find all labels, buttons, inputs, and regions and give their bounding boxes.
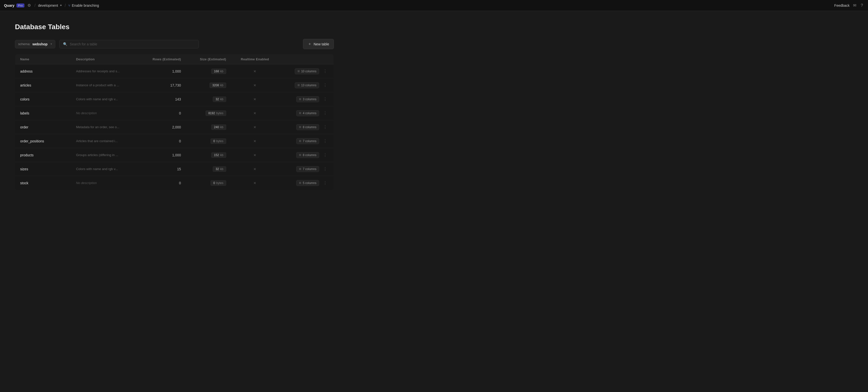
more-options-button[interactable]: ⋮ [322,124,329,131]
columns-icon: ⊞ [298,84,300,87]
more-options-button[interactable]: ⋮ [322,96,329,103]
devenv-indicator: development ✦ [38,3,62,7]
more-options-button[interactable]: ⋮ [322,179,329,186]
cell-realtime: ✕ [231,92,279,106]
columns-badge: ⊞ 5 columns [296,180,319,186]
cell-description: Colors with name and rgb v... [71,162,138,176]
size-badge: 32 kb [213,96,226,102]
cell-description: Groups articles (differing in ... [71,148,138,162]
size-badge: 152 kb [211,152,226,158]
toolbar: schema: webshop ▾ 🔍 ＋ New table [15,39,334,49]
schema-value: webshop [32,42,48,46]
cell-name: sizes [15,162,71,176]
search-icon: 🔍 [63,42,67,46]
columns-count: 5 columns [303,181,316,185]
cell-name: order [15,120,71,134]
columns-icon: ⊞ [299,97,301,101]
columns-badge: ⊞ 7 columns [296,166,319,172]
cell-description: Instance of a product with a ... [71,78,138,92]
more-options-button[interactable]: ⋮ [322,166,329,172]
cell-name: colors [15,92,71,106]
search-input[interactable] [70,42,195,46]
size-badge: 32 kb [213,166,226,172]
realtime-disabled-icon: ✕ [253,125,256,129]
new-table-button[interactable]: ＋ New table [303,39,334,49]
actions-inner: ⊞ 3 columns ⋮ [284,96,329,103]
mail-button[interactable]: ✉ [852,2,857,9]
breadcrumb-sep-2: / [65,3,66,8]
cell-actions: ⊞ 8 columns ⋮ [279,120,334,134]
cell-size: 32 kb [186,162,231,176]
more-options-button[interactable]: ⋮ [322,82,329,88]
cell-actions: ⊞ 5 columns ⋮ [279,176,334,190]
cell-realtime: ✕ [231,120,279,134]
columns-badge: ⊞ 13 columns [295,82,319,88]
more-options-button[interactable]: ⋮ [322,68,329,75]
size-badge: 240 kb [211,124,226,130]
table-row: sizes Colors with name and rgb v... 15 3… [15,162,334,176]
col-header-name: Name [15,54,71,64]
cell-actions: ⊞ 4 columns ⋮ [279,106,334,120]
cell-rows: 0 [138,134,186,148]
cell-size: 8192 bytes [186,106,231,120]
realtime-disabled-icon: ✕ [253,69,256,73]
table-row: colors Colors with name and rgb v... 143… [15,92,334,106]
columns-icon: ⊞ [299,181,301,185]
cell-rows: 1,000 [138,64,186,78]
size-badge: 168 kb [211,68,226,74]
plus-icon: ＋ [308,41,312,47]
table-row: articles Instance of a product with a ..… [15,78,334,92]
cell-actions: ⊞ 10 columns ⋮ [279,64,334,78]
size-number: 240 [214,125,219,129]
brand-logo: Quary [4,3,14,7]
cell-size: 0 bytes [186,134,231,148]
size-badge: 0 bytes [211,138,226,144]
table-row: address Addresses for receipts and s... … [15,64,334,78]
columns-count: 8 columns [303,153,316,157]
actions-inner: ⊞ 8 columns ⋮ [284,151,329,158]
columns-badge: ⊞ 3 columns [296,96,319,102]
columns-count: 8 columns [303,125,316,129]
cell-rows: 15 [138,162,186,176]
more-options-button[interactable]: ⋮ [322,151,329,158]
cell-actions: ⊞ 13 columns ⋮ [279,78,334,92]
cell-name: articles [15,78,71,92]
cell-rows: 0 [138,106,186,120]
schema-selector[interactable]: schema: webshop ▾ [15,40,55,48]
table-row: order Metadata for an order, see o... 2,… [15,120,334,134]
schema-label: schema: [18,42,30,46]
more-options-button[interactable]: ⋮ [322,138,329,144]
help-button[interactable]: ? [860,2,864,9]
branch-section: ⑂ Enable branching [68,3,99,7]
col-header-description: Description [71,54,138,64]
columns-count: 4 columns [303,111,316,115]
col-header-size: Size (Estimated) [186,54,231,64]
size-unit: bytes [216,139,223,143]
cell-name: order_positions [15,134,71,148]
database-tables-table: Name Description Rows (Estimated) Size (… [15,54,334,190]
realtime-disabled-icon: ✕ [253,153,256,157]
columns-icon: ⊞ [299,125,301,129]
topnav-right: Feedback ✉ ? [834,2,864,9]
columns-count: 10 columns [301,69,316,73]
actions-inner: ⊞ 7 columns ⋮ [284,166,329,172]
settings-icon-btn[interactable]: ⚙ [26,2,32,9]
columns-icon: ⊞ [299,167,301,171]
search-box: 🔍 [59,40,199,48]
cell-description: No description [71,106,138,120]
table-row: order_positions Articles that are contai… [15,134,334,148]
realtime-disabled-icon: ✕ [253,181,256,185]
cell-rows: 17,730 [138,78,186,92]
size-unit: kb [220,97,223,101]
size-number: 8192 [208,111,215,115]
cell-realtime: ✕ [231,134,279,148]
more-options-button[interactable]: ⋮ [322,110,329,116]
table-row: labels No description 0 8192 bytes ✕ ⊞ 4… [15,106,334,120]
size-number: 152 [214,153,219,157]
size-unit: kb [220,153,223,157]
cell-rows: 143 [138,92,186,106]
help-icon: ? [861,3,863,8]
topnav: Quary Pro ⚙ / development ✦ / ⑂ Enable b… [0,0,868,11]
realtime-disabled-icon: ✕ [253,111,256,115]
cell-realtime: ✕ [231,78,279,92]
